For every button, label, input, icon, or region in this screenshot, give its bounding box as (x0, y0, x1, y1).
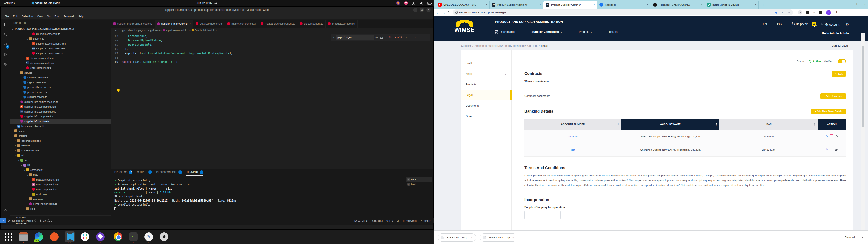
reading-list-icon[interactable]: ≡ (813, 10, 815, 14)
menu-item[interactable]: Selection (20, 14, 35, 19)
account-number-link[interactable]: test (571, 148, 575, 151)
browser-tab[interactable]: W Product Supplier Admin U × (490, 1, 544, 8)
breadcrumb-item[interactable]: shared› (127, 29, 137, 32)
delete-trash-icon[interactable] (831, 148, 833, 151)
editor-tab[interactable]: supplier-info-routing.module.ts (111, 20, 155, 28)
currency-select[interactable]: USD⌄ (776, 23, 784, 26)
tree-item[interactable]: logistic.service.ts (10, 80, 111, 85)
supplier-menu-item[interactable]: Legal (461, 90, 511, 100)
browser-tab[interactable]: Releases · ShareX/ShareX × (651, 1, 705, 8)
find-next-icon[interactable]: ↓ (408, 36, 410, 39)
match-case-icon[interactable]: Aa (375, 36, 379, 39)
share-icon[interactable]: ≤ (782, 11, 783, 14)
taskbar-app[interactable]: ● (49, 231, 59, 242)
close-button[interactable]: × (426, 8, 431, 12)
terminal-output[interactable]: ✓ Compiled successfully.✓ Browser applic… (114, 179, 237, 211)
search-icon[interactable] (1, 30, 10, 39)
browser-restore-button[interactable]: ❐ (857, 3, 859, 6)
tree-item[interactable]: qc-crud.component.ts (10, 31, 111, 36)
workspace-root[interactable]: ⌄ PRODUCT-SUPPLIER-ADMINISTRATION-SYSTEM… (10, 26, 111, 31)
terminal-list-item[interactable]: >_bash (406, 182, 432, 187)
new-tab-button[interactable]: + (760, 2, 766, 8)
tab-close-icon[interactable]: × (593, 3, 595, 6)
taskbar-app[interactable]: ● ● (65, 231, 74, 242)
col-account-name[interactable]: ACCOUNT NAME▲▼ (621, 119, 719, 130)
find-collapse-icon[interactable]: › (333, 36, 334, 39)
taskbar-app[interactable]: ● (80, 231, 90, 242)
forward-button[interactable]: → (442, 11, 445, 14)
taskbar-app[interactable] (3, 231, 13, 242)
sort-icon[interactable]: ▲▼ (814, 122, 815, 126)
editor-tab[interactable]: market-crud.component.ts (258, 20, 298, 28)
tree-item[interactable]: supplier-info.module.ts (10, 119, 111, 124)
nav-item[interactable]: Tickets (604, 30, 617, 33)
panel-tab[interactable]: OUTPUT (137, 169, 152, 176)
settings-gear-icon[interactable]: ⚙ (846, 22, 849, 26)
tree-item[interactable]: ⌄ lib (10, 163, 111, 167)
reload-button[interactable]: ↻ (447, 10, 451, 14)
editor-tab[interactable]: supplier-info.module.ts × (155, 20, 193, 28)
tree-item[interactable]: ⌄ src (10, 158, 111, 163)
extension-icon[interactable] (806, 11, 809, 14)
editor-tab[interactable]: products.componen (326, 20, 358, 28)
add-document-button[interactable]: + Add Document (820, 93, 846, 99)
tree-item[interactable]: product-list.service.ts (10, 85, 111, 90)
browser-tab[interactable]: f Facebook × (597, 1, 651, 8)
taskbar-app[interactable]: ✎ ● (144, 231, 154, 242)
editor-tab[interactable]: detail.component.ts (193, 20, 225, 28)
bookmark-star-icon[interactable]: ☆ (788, 11, 790, 14)
tree-item[interactable]: › pipes (10, 128, 111, 133)
taskbar-app[interactable]: DEV (34, 231, 44, 242)
tree-item[interactable]: shop-crud.component.ts (10, 51, 111, 56)
taskbar-app[interactable]: ● (113, 231, 123, 242)
profile-avatar[interactable]: J (826, 10, 831, 15)
incorporation-upload-box[interactable] (524, 211, 561, 219)
supplier-menu-item[interactable]: Shop⌄ (461, 68, 511, 79)
find-in-selection-icon[interactable]: ≡ (411, 36, 413, 39)
problems-indicator[interactable]: 10 0 (39, 219, 52, 222)
browser-tab[interactable]: Install .tar.gz in Ubuntu × (705, 1, 758, 8)
sort-icon[interactable]: ▲▼ (617, 122, 619, 126)
downloads-close-icon[interactable]: × (862, 236, 864, 239)
extension-square-icon[interactable] (819, 11, 822, 14)
page-scrollbar[interactable]: ▲ (862, 33, 865, 231)
find-close-icon[interactable]: × (414, 36, 416, 39)
menu-item[interactable]: Terminal (61, 14, 76, 19)
status-bar-item[interactable]: LF (397, 219, 399, 222)
breadcrumb-company[interactable]: Shenzhen Suojing New Energy Technology C… (474, 44, 537, 48)
tree-item[interactable]: 5 supplier-info.component.html (10, 104, 111, 109)
tree-item[interactable]: less supplier-info.component.less (10, 109, 111, 114)
code-line[interactable]: 89 export class SupplierInfoModule {} (111, 60, 433, 64)
tree-item[interactable]: ⌄ shop-crud (10, 36, 111, 41)
terminal-list-item[interactable]: ⚙npm (406, 177, 432, 182)
disable-icon[interactable] (835, 149, 838, 151)
supplier-menu-item[interactable]: Documents⌄ (461, 100, 511, 111)
col-account-number[interactable]: ACCOUNT NUMBER▲▼ (524, 119, 621, 130)
editor-tab[interactable]: market.component.ts (225, 20, 258, 28)
browser-menu-icon[interactable]: ⋮ (835, 10, 838, 15)
tree-item[interactable]: S map.component.scss (10, 182, 111, 187)
breadcrumb-item[interactable]: pages› (137, 29, 146, 32)
delete-trash-icon[interactable] (831, 135, 833, 138)
scroll-up-icon[interactable]: ▲ (862, 33, 864, 35)
tree-item[interactable]: less shop.component.less (10, 61, 111, 65)
col-iban[interactable]: IBAN▲▼ (719, 119, 818, 130)
network-icon[interactable] (412, 2, 415, 5)
panel-tab[interactable]: TERMINAL (186, 169, 204, 176)
activities-button[interactable]: Activities (4, 2, 15, 5)
tab-search-icon[interactable]: ⌄ (842, 3, 845, 6)
clock[interactable]: Jun 12 12:07 (197, 2, 217, 5)
status-bar-item[interactable]: UTF-8 (386, 219, 393, 222)
menu-item[interactable]: View (35, 14, 45, 19)
source-control-icon[interactable]: 1 (1, 39, 10, 50)
google-icon[interactable]: G (775, 11, 777, 14)
menu-item[interactable]: Help (76, 14, 86, 19)
breadcrumb-item[interactable]: supplier-info› (147, 29, 162, 32)
tree-item[interactable]: › document-upload (10, 138, 111, 143)
chevron-down-icon[interactable]: ⌄ (512, 236, 514, 239)
tab-close-icon[interactable]: × (754, 3, 756, 6)
tree-item[interactable]: 5 shop-crud.component.html (10, 41, 111, 46)
supplier-menu-item[interactable]: Other⌄ (461, 111, 511, 122)
disable-icon[interactable] (835, 135, 838, 138)
tree-item[interactable]: › progress (10, 196, 111, 202)
